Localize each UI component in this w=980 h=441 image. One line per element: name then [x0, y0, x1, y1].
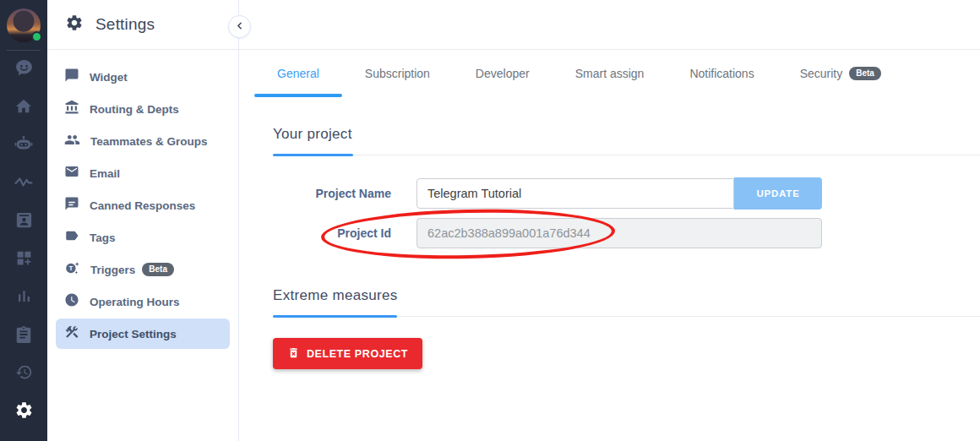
sidebar-item-email[interactable]: Email [56, 158, 230, 188]
trash-icon [287, 346, 300, 362]
sidebar-item-label: Teammates & Groups [90, 135, 208, 148]
settings-header: Settings [47, 0, 238, 50]
tools-icon [64, 324, 79, 343]
tab-bar: General Subscription Developer Smart ass… [239, 50, 980, 97]
chat-icon [14, 58, 34, 81]
clock-icon [64, 292, 79, 311]
general-settings-panel: Your project Project Name UPDATE Project… [239, 97, 980, 369]
contact-card-icon [14, 210, 34, 233]
sidebar-item-tags[interactable]: Tags [56, 222, 230, 253]
clipboard-icon [14, 325, 33, 347]
beta-badge: Beta [849, 67, 881, 80]
project-name-input[interactable] [416, 178, 734, 209]
sidebar-item-label: Triggers [90, 264, 135, 276]
tab-subscription[interactable]: Subscription [342, 50, 453, 97]
section-title-extreme-measures: Extreme measures [273, 287, 980, 304]
history-icon [15, 363, 33, 384]
sidebar-item-widget[interactable]: Widget [56, 62, 230, 92]
rail-item-home[interactable] [0, 89, 47, 127]
rail-item-activity[interactable] [0, 165, 47, 203]
project-name-row: Project Name UPDATE [273, 177, 980, 210]
sidebar-item-label: Project Settings [90, 328, 177, 340]
section-rule [273, 154, 980, 156]
tab-developer[interactable]: Developer [453, 50, 553, 97]
rail-item-settings[interactable] [0, 393, 47, 431]
sidebar-item-label: Tags [90, 231, 116, 244]
sidebar-item-label: Widget [90, 71, 128, 84]
bank-icon [64, 100, 79, 118]
rail-item-conversations[interactable] [0, 51, 47, 89]
rail-item-history[interactable] [0, 355, 47, 393]
project-name-label: Project Name [273, 187, 391, 200]
page-title: Settings [95, 15, 155, 34]
settings-sidebar: Settings Widget Routing & Depts Teammate… [47, 0, 239, 441]
project-id-row: Project Id [273, 218, 980, 248]
project-id-label: Project Id [273, 226, 391, 240]
tab-smart-assign[interactable]: Smart assign [553, 50, 667, 97]
project-id-input [416, 218, 822, 248]
collapse-sidebar-button[interactable] [228, 15, 251, 38]
sidebar-item-label: Email [90, 167, 120, 180]
settings-gear-icon [65, 14, 84, 35]
activity-icon [14, 172, 34, 196]
rail-item-contacts[interactable] [0, 203, 47, 241]
svg-text:T: T [68, 264, 73, 272]
update-button[interactable]: UPDATE [734, 177, 822, 210]
main-content: General Subscription Developer Smart ass… [239, 0, 980, 441]
sidebar-item-label: Canned Responses [90, 199, 195, 212]
home-icon [14, 97, 33, 119]
rail-item-bot[interactable] [0, 127, 47, 165]
email-icon [64, 164, 79, 182]
sidebar-item-label: Routing & Depts [90, 103, 179, 116]
bar-chart-icon [15, 287, 33, 308]
sidebar-item-label: Operating Hours [90, 296, 180, 308]
online-status-dot [31, 31, 42, 42]
beta-badge: Beta [142, 263, 174, 276]
icon-rail [0, 0, 47, 441]
settings-menu: Widget Routing & Depts Teammates & Group… [47, 50, 238, 351]
rail-item-apps[interactable] [0, 241, 47, 279]
rail-item-clipboard[interactable] [0, 317, 47, 355]
gear-icon [14, 400, 34, 423]
header-bar [239, 0, 980, 50]
section-rule [273, 315, 980, 318]
sidebar-item-routing[interactable]: Routing & Depts [56, 94, 230, 124]
sidebar-item-triggers[interactable]: T Triggers Beta [56, 254, 230, 285]
user-avatar[interactable] [7, 8, 41, 42]
sidebar-item-teammates[interactable]: Teammates & Groups [56, 126, 230, 156]
rail-item-analytics[interactable] [0, 279, 47, 317]
tab-general[interactable]: General [254, 50, 342, 97]
apps-add-icon [15, 249, 33, 270]
sidebar-item-project-settings[interactable]: Project Settings [56, 318, 230, 349]
bot-icon [14, 134, 34, 158]
sidebar-item-canned-responses[interactable]: Canned Responses [56, 190, 230, 220]
sidebar-item-operating-hours[interactable]: Operating Hours [56, 286, 230, 317]
people-icon [64, 132, 80, 151]
tag-icon [64, 228, 79, 247]
trigger-icon: T [64, 260, 80, 280]
tab-security[interactable]: Security Beta [777, 50, 904, 97]
chat-bubble-icon [64, 68, 79, 86]
chevron-left-icon [234, 19, 245, 35]
tab-notifications[interactable]: Notifications [667, 50, 776, 97]
app-window: Settings Widget Routing & Depts Teammate… [0, 0, 980, 441]
canned-response-icon [64, 196, 79, 215]
section-title-your-project: Your project [273, 126, 980, 143]
delete-project-button[interactable]: DELETE PROJECT [273, 338, 422, 369]
